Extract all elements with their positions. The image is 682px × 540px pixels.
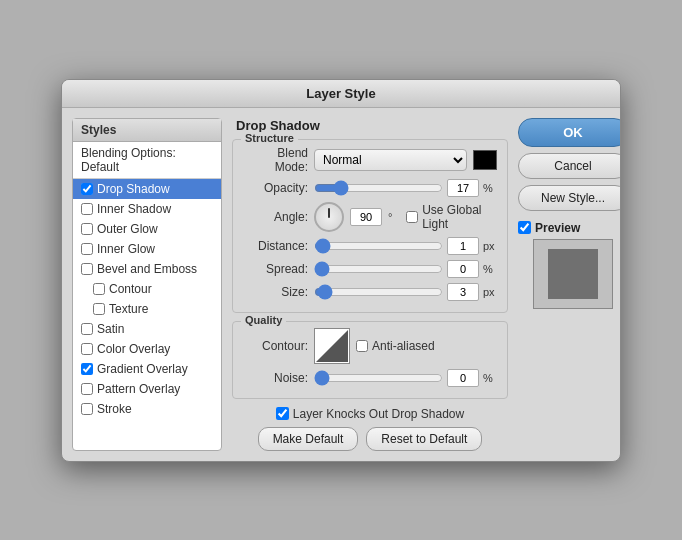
size-row: Size: px: [243, 283, 497, 301]
noise-value[interactable]: [447, 369, 479, 387]
bevel-emboss-label: Bevel and Emboss: [97, 262, 197, 276]
sidebar-item-satin[interactable]: Satin: [73, 319, 221, 339]
noise-label: Noise:: [243, 371, 308, 385]
sidebar-item-bevel-emboss[interactable]: Bevel and Emboss: [73, 259, 221, 279]
structure-section: Structure Blend Mode: Normal Multiply Sc…: [232, 139, 508, 313]
bevel-emboss-checkbox[interactable]: [81, 263, 93, 275]
distance-slider-container: px: [314, 237, 497, 255]
contour-svg: [316, 330, 348, 362]
sidebar-item-outer-glow[interactable]: Outer Glow: [73, 219, 221, 239]
inner-shadow-checkbox[interactable]: [81, 203, 93, 215]
quality-section: Quality Contour: Anti-aliased: [232, 321, 508, 399]
contour-thumbnail[interactable]: [314, 328, 350, 364]
opacity-slider[interactable]: [314, 181, 443, 195]
contour-checkbox[interactable]: [93, 283, 105, 295]
stroke-checkbox[interactable]: [81, 403, 93, 415]
right-panel: OK Cancel New Style... Preview: [518, 118, 621, 451]
drop-shadow-checkbox[interactable]: [81, 183, 93, 195]
anti-aliased-container: Anti-aliased: [356, 339, 435, 353]
opacity-slider-container: %: [314, 179, 497, 197]
noise-unit: %: [483, 372, 497, 384]
shadow-color-swatch[interactable]: [473, 150, 497, 170]
cancel-button[interactable]: Cancel: [518, 153, 621, 179]
spread-slider[interactable]: [314, 262, 443, 276]
size-label: Size:: [243, 285, 308, 299]
angle-value[interactable]: [350, 208, 382, 226]
inner-shadow-label: Inner Shadow: [97, 202, 171, 216]
sidebar-item-drop-shadow[interactable]: Drop Shadow: [73, 179, 221, 199]
blend-mode-select[interactable]: Normal Multiply Screen: [314, 149, 467, 171]
sidebar-item-inner-glow[interactable]: Inner Glow: [73, 239, 221, 259]
size-slider[interactable]: [314, 285, 443, 299]
outer-glow-checkbox[interactable]: [81, 223, 93, 235]
texture-checkbox[interactable]: [93, 303, 105, 315]
structure-title: Structure: [241, 132, 298, 144]
reset-to-default-button[interactable]: Reset to Default: [366, 427, 482, 451]
opacity-value[interactable]: [447, 179, 479, 197]
make-default-button[interactable]: Make Default: [258, 427, 359, 451]
anti-aliased-checkbox[interactable]: [356, 340, 368, 352]
sidebar-item-color-overlay[interactable]: Color Overlay: [73, 339, 221, 359]
sidebar-item-inner-shadow[interactable]: Inner Shadow: [73, 199, 221, 219]
satin-checkbox[interactable]: [81, 323, 93, 335]
texture-label: Texture: [109, 302, 148, 316]
inner-glow-checkbox[interactable]: [81, 243, 93, 255]
noise-slider-container: %: [314, 369, 497, 387]
sidebar-item-gradient-overlay[interactable]: Gradient Overlay: [73, 359, 221, 379]
stroke-label: Stroke: [97, 402, 132, 416]
spread-unit: %: [483, 263, 497, 275]
gradient-overlay-checkbox[interactable]: [81, 363, 93, 375]
sidebar-item-blending[interactable]: Blending Options: Default: [73, 142, 221, 179]
spread-slider-container: %: [314, 260, 497, 278]
angle-dial[interactable]: [314, 202, 344, 232]
preview-inner: [548, 249, 598, 299]
use-global-light-label: Use Global Light: [422, 203, 497, 231]
pattern-overlay-label: Pattern Overlay: [97, 382, 180, 396]
sidebar-item-stroke[interactable]: Stroke: [73, 399, 221, 419]
new-style-button[interactable]: New Style...: [518, 185, 621, 211]
angle-unit: °: [388, 211, 400, 223]
blend-mode-row: Blend Mode: Normal Multiply Screen: [243, 146, 497, 174]
main-content: Drop Shadow Structure Blend Mode: Normal…: [232, 118, 508, 451]
sidebar: Styles Blending Options: Default Drop Sh…: [72, 118, 222, 451]
drop-shadow-section-title: Drop Shadow: [232, 118, 508, 133]
preview-label: Preview: [535, 221, 580, 235]
blend-mode-label: Blend Mode:: [243, 146, 308, 174]
contour-quality-label: Contour:: [243, 339, 308, 353]
layer-knocks-out-label: Layer Knocks Out Drop Shadow: [293, 407, 464, 421]
preview-section: Preview: [518, 221, 621, 309]
sidebar-item-texture[interactable]: Texture: [73, 299, 221, 319]
spread-value[interactable]: [447, 260, 479, 278]
noise-slider[interactable]: [314, 371, 443, 385]
sidebar-item-contour[interactable]: Contour: [73, 279, 221, 299]
spread-label: Spread:: [243, 262, 308, 276]
sidebar-header: Styles: [73, 119, 221, 142]
angle-row: Angle: ° Use Global Light: [243, 202, 497, 232]
satin-label: Satin: [97, 322, 124, 336]
angle-label: Angle:: [243, 210, 308, 224]
drop-shadow-label: Drop Shadow: [97, 182, 170, 196]
distance-slider[interactable]: [314, 239, 443, 253]
contour-row: Contour: Anti-aliased: [243, 328, 497, 364]
preview-box: [533, 239, 613, 309]
noise-row: Noise: %: [243, 369, 497, 387]
inner-glow-label: Inner Glow: [97, 242, 155, 256]
size-slider-container: px: [314, 283, 497, 301]
layer-knocks-out-checkbox[interactable]: [276, 407, 289, 420]
ok-button[interactable]: OK: [518, 118, 621, 147]
distance-value[interactable]: [447, 237, 479, 255]
layer-style-dialog: Layer Style Styles Blending Options: Def…: [61, 79, 621, 462]
use-global-light-checkbox[interactable]: [406, 211, 418, 223]
size-value[interactable]: [447, 283, 479, 301]
contour-label: Contour: [109, 282, 152, 296]
gradient-overlay-label: Gradient Overlay: [97, 362, 188, 376]
outer-glow-label: Outer Glow: [97, 222, 158, 236]
sidebar-item-pattern-overlay[interactable]: Pattern Overlay: [73, 379, 221, 399]
pattern-overlay-checkbox[interactable]: [81, 383, 93, 395]
layer-knocks-out-row: Layer Knocks Out Drop Shadow: [232, 407, 508, 421]
dialog-title: Layer Style: [62, 80, 620, 108]
opacity-label: Opacity:: [243, 181, 308, 195]
preview-checkbox[interactable]: [518, 221, 531, 234]
color-overlay-checkbox[interactable]: [81, 343, 93, 355]
distance-row: Distance: px: [243, 237, 497, 255]
